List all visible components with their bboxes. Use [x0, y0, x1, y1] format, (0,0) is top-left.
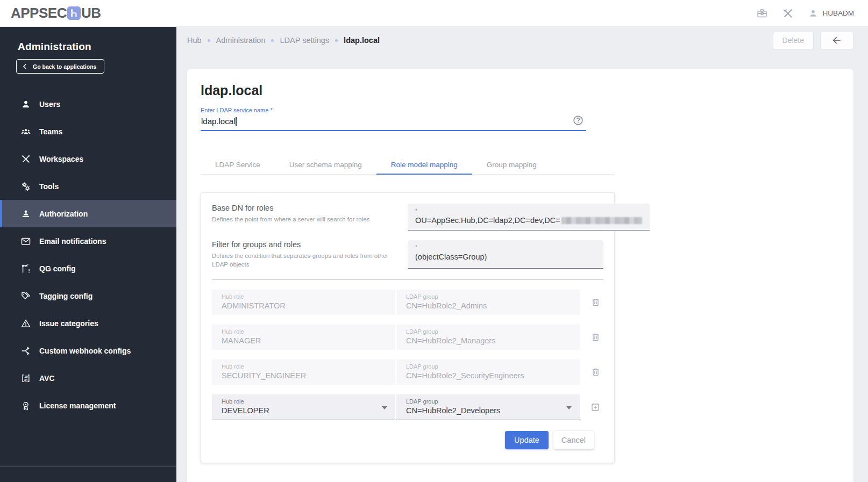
ldap-group-cell: LDAP group CN=HubRole2_Admins	[396, 290, 580, 315]
tab-bar: LDAP Service User schema mapping Role mo…	[201, 156, 615, 175]
webhook-icon	[20, 346, 31, 356]
add-mapping-button[interactable]	[589, 401, 602, 414]
sidebar-item-custom-webhook-configs[interactable]: Custom webhook configs	[0, 337, 176, 364]
sidebar-item-authorization[interactable]: Authorization	[0, 200, 176, 227]
logo-text-left: APPSEC	[11, 5, 67, 21]
breadcrumb-current: ldap.local	[344, 36, 380, 45]
top-bar: APPSEC UB	[0, 0, 868, 27]
delete-mapping-button[interactable]	[589, 331, 602, 344]
workspaces-icon	[20, 154, 31, 164]
tab-ldap-service[interactable]: LDAP Service	[201, 156, 275, 175]
mapping-row-administrator: Hub role ADMINISTRATOR LDAP group CN=Hub…	[212, 290, 603, 315]
filter-title: Filter for groups and roles	[212, 240, 396, 249]
breadcrumb: Hub Administration LDAP settings ldap.lo…	[187, 36, 380, 45]
required-marker: *	[415, 244, 596, 250]
hub-role-cell: Hub role MANAGER	[212, 325, 395, 350]
base-dn-input[interactable]: * OU=AppSec.Hub,DC=ldap2,DC=dev,DC=	[408, 204, 650, 231]
page-title: ldap.local	[201, 83, 853, 98]
binary-brackets-icon: 10 01	[20, 373, 31, 384]
admin-tools-icon[interactable]	[782, 8, 794, 19]
svg-text:10: 10	[24, 375, 28, 378]
ldap-group-cell: LDAP group CN=HubRole2_SecurityEngineers	[396, 359, 580, 385]
quality-gate-icon	[20, 263, 31, 274]
role-model-mapping-panel: Base DN for roles Defines the point from…	[201, 192, 615, 463]
topbar-actions: HUBADM	[756, 8, 854, 19]
delete-mapping-button[interactable]	[589, 296, 602, 309]
authorization-icon	[20, 208, 31, 219]
sidebar-item-license-management[interactable]: License management	[0, 392, 176, 419]
form-actions: Update Cancel	[212, 431, 603, 449]
base-dn-description: Defines the point from where a server wi…	[212, 215, 389, 224]
sidebar-title: Administration	[0, 27, 176, 53]
breadcrumb-hub[interactable]: Hub	[187, 36, 202, 45]
mapping-row-manager: Hub role MANAGER LDAP group CN=HubRole2_…	[212, 325, 603, 350]
tab-role-model-mapping[interactable]: Role model mapping	[376, 156, 472, 175]
chevron-left-icon	[22, 63, 29, 70]
users-icon	[20, 99, 31, 110]
main-area: Hub Administration LDAP settings ldap.lo…	[176, 27, 868, 482]
delete-button[interactable]: Delete	[773, 32, 814, 49]
ldap-group-select[interactable]: LDAP group CN=HubRole2_Developers	[396, 394, 580, 420]
user-name: HUBADM	[822, 9, 854, 17]
filter-description: Defines the condition that separates gro…	[212, 251, 389, 269]
trash-icon	[590, 367, 601, 377]
sidebar-item-avc[interactable]: 10 01 AVC	[0, 364, 176, 392]
breadcrumb-dot	[271, 39, 274, 42]
trash-icon	[590, 297, 601, 307]
delete-mapping-button[interactable]	[589, 366, 602, 379]
sidebar-item-workspaces[interactable]: Workspaces	[0, 145, 176, 172]
sidebar-item-teams[interactable]: Teams	[0, 118, 176, 145]
applications-briefcase-icon[interactable]	[756, 8, 768, 19]
arrow-left-icon	[831, 35, 842, 46]
redacted-value	[561, 217, 642, 224]
breadcrumb-bar: Hub Administration LDAP settings ldap.lo…	[187, 27, 853, 54]
tools-gears-icon	[20, 181, 31, 192]
go-back-to-applications-button[interactable]: Go back to applications	[16, 59, 104, 74]
back-button[interactable]	[820, 32, 853, 49]
dropdown-caret-icon	[566, 406, 572, 412]
base-dn-title: Base DN for roles	[212, 204, 396, 212]
breadcrumb-dot	[335, 39, 338, 42]
ldap-service-name-field: Enter LDAP service name * ldap.local	[201, 107, 586, 131]
user-menu[interactable]: HUBADM	[808, 8, 854, 19]
email-icon	[20, 236, 31, 247]
warning-triangle-icon	[20, 318, 31, 329]
update-button[interactable]: Update	[505, 431, 549, 449]
plus-square-icon	[590, 402, 601, 413]
section-divider	[212, 279, 603, 280]
sidebar-item-tagging-config[interactable]: Tagging config	[0, 282, 176, 310]
svg-text:01: 01	[24, 378, 28, 382]
tags-icon	[20, 291, 31, 301]
base-dn-row: Base DN for roles Defines the point from…	[212, 204, 603, 231]
cancel-button[interactable]: Cancel	[553, 431, 594, 449]
sidebar-item-tools[interactable]: Tools	[0, 172, 176, 200]
teams-icon	[20, 126, 31, 137]
sidebar-nav: Users Teams Workspaces	[0, 90, 176, 419]
dropdown-caret-icon	[382, 406, 387, 412]
sidebar-item-email-notifications[interactable]: Email notifications	[0, 227, 176, 255]
ldap-group-cell: LDAP group CN=HubRole2_Managers	[396, 325, 580, 350]
logo-h-icon	[67, 6, 81, 20]
hub-role-select[interactable]: Hub role DEVELOPER	[212, 394, 395, 420]
required-marker: *	[415, 208, 642, 214]
text-cursor	[236, 117, 237, 126]
sidebar-item-issue-categories[interactable]: Issue categories	[0, 310, 176, 337]
trash-icon	[590, 332, 601, 342]
tab-group-mapping[interactable]: Group mapping	[472, 156, 551, 175]
filter-input[interactable]: * (objectClass=Group)	[408, 240, 603, 269]
sidebar-item-qg-config[interactable]: QG config	[0, 255, 176, 282]
admin-sidebar: Administration Go back to applications U…	[0, 27, 176, 482]
sidebar-item-users[interactable]: Users	[0, 90, 176, 118]
license-medal-icon	[20, 400, 31, 411]
breadcrumb-ldap-settings[interactable]: LDAP settings	[280, 36, 329, 45]
hub-role-cell: Hub role ADMINISTRATOR	[212, 290, 395, 315]
appsechub-logo[interactable]: APPSEC UB	[11, 5, 101, 21]
service-name-label: Enter LDAP service name *	[201, 107, 586, 113]
service-name-input[interactable]: ldap.local	[201, 113, 586, 131]
tab-user-schema-mapping[interactable]: User schema mapping	[275, 156, 376, 175]
filter-row: Filter for groups and roles Defines the …	[212, 240, 603, 269]
help-icon[interactable]	[572, 114, 584, 126]
hub-role-cell: Hub role SECURITY_ENGINEER	[212, 359, 395, 385]
breadcrumb-dot	[208, 39, 210, 42]
breadcrumb-administration[interactable]: Administration	[216, 36, 266, 45]
